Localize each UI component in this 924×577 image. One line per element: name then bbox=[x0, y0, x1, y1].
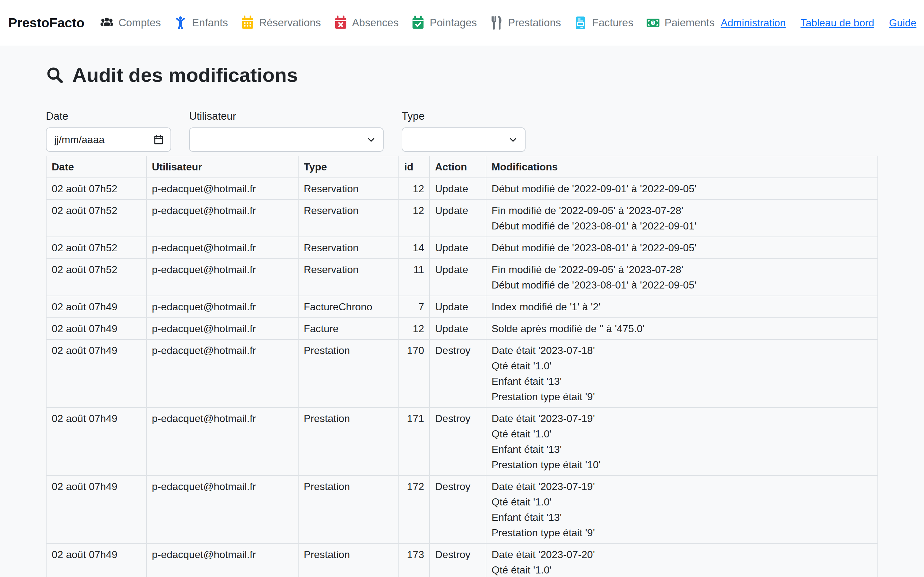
col-header-utilisateur: Utilisateur bbox=[147, 156, 298, 178]
cell-type: Prestation bbox=[298, 408, 399, 475]
cell-modifications: Date était '2023-07-19' Qté était '1.0' … bbox=[486, 408, 878, 475]
cell-id: 171 bbox=[399, 408, 430, 475]
cell-type: FactureChrono bbox=[298, 296, 399, 318]
cell-type: Reservation bbox=[298, 178, 399, 200]
cell-action: Update bbox=[430, 200, 486, 237]
nav-link-tableau-de-bord[interactable]: Tableau de bord bbox=[800, 17, 874, 29]
cell-date: 02 août 07h49 bbox=[46, 475, 147, 544]
col-header-id: id bbox=[399, 156, 430, 178]
cell-action: Destroy bbox=[430, 475, 486, 544]
col-header-type: Type bbox=[298, 156, 399, 178]
cell-action: Update bbox=[430, 178, 486, 200]
cell-id: 170 bbox=[399, 340, 430, 408]
cell-action: Update bbox=[430, 259, 486, 296]
cell-modifications: Début modifié de '2023-08-01' à '2022-09… bbox=[486, 237, 878, 259]
nav-item-comptes[interactable]: Comptes bbox=[94, 15, 167, 30]
cell-type: Reservation bbox=[298, 237, 399, 259]
svg-text:1: 1 bbox=[652, 21, 654, 25]
cell-date: 02 août 07h52 bbox=[46, 259, 147, 296]
cell-action: Update bbox=[430, 318, 486, 340]
cell-id: 12 bbox=[399, 318, 430, 340]
page-title: Audit des modifications bbox=[46, 64, 878, 86]
cell-utilisateur: p-edacquet@hotmail.fr bbox=[147, 475, 298, 544]
filters-bar: Date Utilisateur bbox=[46, 110, 878, 152]
table-row: 02 août 07h49 p-edacquet@hotmail.fr Fact… bbox=[46, 296, 878, 318]
cell-type: Facture bbox=[298, 318, 399, 340]
cell-utilisateur: p-edacquet@hotmail.fr bbox=[147, 544, 298, 577]
date-filter-input[interactable] bbox=[46, 127, 171, 152]
calendar-days-icon bbox=[240, 15, 255, 30]
table-row: 02 août 07h52 p-edacquet@hotmail.fr Rese… bbox=[46, 178, 878, 200]
user-filter-label: Utilisateur bbox=[189, 110, 384, 122]
table-row: 02 août 07h52 p-edacquet@hotmail.fr Rese… bbox=[46, 200, 878, 237]
table-header-row: Date Utilisateur Type id Action Modifica… bbox=[46, 156, 878, 178]
navbar: PrestoFacto Comptes bbox=[0, 0, 924, 45]
nav-item-factures[interactable]: Factures bbox=[567, 15, 639, 30]
brand-logo[interactable]: PrestoFacto bbox=[8, 15, 84, 31]
nav-item-label: Enfants bbox=[192, 17, 228, 29]
cell-type: Prestation bbox=[298, 340, 399, 408]
cell-utilisateur: p-edacquet@hotmail.fr bbox=[147, 318, 298, 340]
cell-utilisateur: p-edacquet@hotmail.fr bbox=[147, 200, 298, 237]
cell-utilisateur: p-edacquet@hotmail.fr bbox=[147, 237, 298, 259]
col-header-modifications: Modifications bbox=[486, 156, 878, 178]
main-content: Audit des modifications Date Utilisateur bbox=[46, 64, 878, 577]
cell-id: 14 bbox=[399, 237, 430, 259]
filter-type: Type bbox=[402, 110, 526, 152]
table-row: 02 août 07h49 p-edacquet@hotmail.fr Pres… bbox=[46, 544, 878, 577]
cell-modifications: Date était '2023-07-18' Qté était '1.0' … bbox=[486, 340, 878, 408]
nav-item-prestations[interactable]: Prestations bbox=[483, 15, 567, 30]
cell-date: 02 août 07h52 bbox=[46, 200, 147, 237]
file-invoice-icon bbox=[573, 15, 588, 30]
table-row: 02 août 07h52 p-edacquet@hotmail.fr Rese… bbox=[46, 237, 878, 259]
table-body: 02 août 07h52 p-edacquet@hotmail.fr Rese… bbox=[46, 178, 878, 577]
cell-utilisateur: p-edacquet@hotmail.fr bbox=[147, 296, 298, 318]
type-filter-select[interactable] bbox=[402, 127, 526, 152]
nav-item-label: Prestations bbox=[508, 17, 561, 29]
cell-id: 7 bbox=[399, 296, 430, 318]
cell-modifications: Index modifié de '1' à '2' bbox=[486, 296, 878, 318]
cell-utilisateur: p-edacquet@hotmail.fr bbox=[147, 340, 298, 408]
cell-action: Destroy bbox=[430, 408, 486, 475]
nav-item-paiements[interactable]: 1 Paiements bbox=[640, 15, 721, 30]
cell-date: 02 août 07h49 bbox=[46, 408, 147, 475]
nav-right: Administration Tableau de bord Guide Déc… bbox=[721, 12, 924, 34]
table-row: 02 août 07h49 p-edacquet@hotmail.fr Pres… bbox=[46, 340, 878, 408]
utensils-icon bbox=[489, 15, 504, 30]
user-filter-select[interactable] bbox=[189, 127, 384, 152]
nav-link-guide[interactable]: Guide bbox=[889, 17, 916, 29]
search-icon bbox=[46, 66, 64, 84]
cell-id: 173 bbox=[399, 544, 430, 577]
cell-modifications: Date était '2023-07-19' Qté était '1.0' … bbox=[486, 475, 878, 544]
nav-item-label: Réservations bbox=[259, 17, 321, 29]
cell-type: Prestation bbox=[298, 475, 399, 544]
cell-action: Destroy bbox=[430, 340, 486, 408]
nav-item-label: Pointages bbox=[430, 17, 477, 29]
col-header-action: Action bbox=[430, 156, 486, 178]
nav-item-pointages[interactable]: Pointages bbox=[405, 15, 483, 30]
nav-item-reservations[interactable]: Réservations bbox=[234, 15, 327, 30]
table-row: 02 août 07h49 p-edacquet@hotmail.fr Fact… bbox=[46, 318, 878, 340]
nav-item-label: Factures bbox=[592, 17, 633, 29]
child-icon bbox=[173, 15, 188, 30]
cell-date: 02 août 07h52 bbox=[46, 237, 147, 259]
cell-date: 02 août 07h49 bbox=[46, 544, 147, 577]
cell-id: 11 bbox=[399, 259, 430, 296]
calendar-check-icon bbox=[411, 15, 426, 30]
table-row: 02 août 07h49 p-edacquet@hotmail.fr Pres… bbox=[46, 475, 878, 544]
nav-item-enfants[interactable]: Enfants bbox=[167, 15, 234, 30]
cell-utilisateur: p-edacquet@hotmail.fr bbox=[147, 408, 298, 475]
filter-utilisateur: Utilisateur bbox=[189, 110, 384, 152]
cell-type: Reservation bbox=[298, 259, 399, 296]
nav-item-absences[interactable]: Absences bbox=[327, 15, 405, 30]
cell-utilisateur: p-edacquet@hotmail.fr bbox=[147, 178, 298, 200]
cell-type: Reservation bbox=[298, 200, 399, 237]
cell-modifications: Début modifié de '2022-09-01' à '2022-09… bbox=[486, 178, 878, 200]
nav-items: Comptes Enfants bbox=[94, 15, 721, 30]
table-row: 02 août 07h52 p-edacquet@hotmail.fr Rese… bbox=[46, 259, 878, 296]
cell-id: 12 bbox=[399, 200, 430, 237]
cell-action: Destroy bbox=[430, 544, 486, 577]
cell-modifications: Fin modifié de '2022-09-05' à '2023-07-2… bbox=[486, 200, 878, 237]
audit-table: Date Utilisateur Type id Action Modifica… bbox=[46, 156, 878, 577]
nav-link-administration[interactable]: Administration bbox=[721, 17, 786, 29]
